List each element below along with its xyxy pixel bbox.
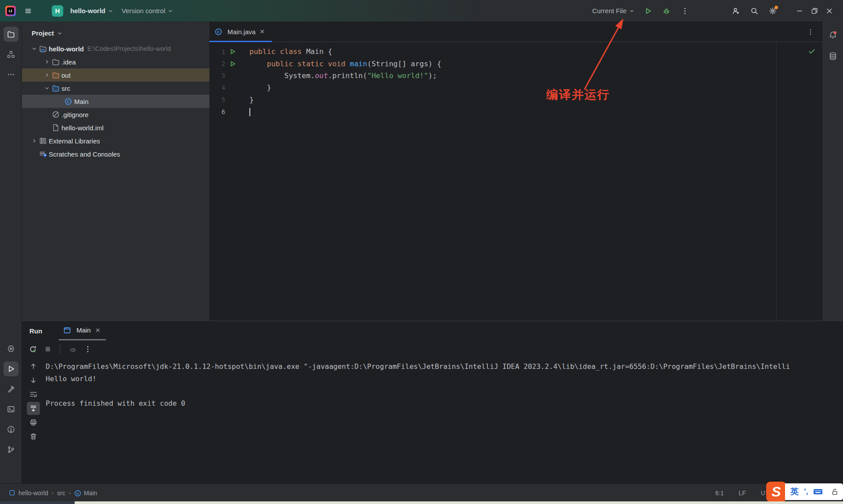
tool-project-button[interactable] bbox=[4, 27, 18, 42]
more-actions-button[interactable] bbox=[679, 5, 691, 17]
tree-item-label: hello-world.iml bbox=[61, 124, 104, 132]
console-window-icon bbox=[63, 327, 73, 334]
tree-item-label: Scratches and Consoles bbox=[49, 150, 120, 158]
search-everywhere-button[interactable] bbox=[748, 5, 760, 17]
console-more-button[interactable] bbox=[81, 343, 94, 356]
tree-item-label: hello-world bbox=[49, 45, 84, 53]
titlebar: IJ H hello-world Version control Current… bbox=[0, 0, 843, 21]
scroll-to-end-button[interactable] bbox=[27, 402, 40, 415]
breadcrumb-item-hello-world[interactable]: hello-world bbox=[9, 490, 48, 497]
ime-punctuation-toggle[interactable]: ’, bbox=[804, 487, 808, 496]
tool-problems-button[interactable] bbox=[4, 422, 18, 437]
chevron-right-icon[interactable] bbox=[42, 71, 52, 79]
tool-more-button[interactable] bbox=[4, 67, 18, 82]
folder-src-icon bbox=[52, 85, 61, 92]
tool-structure-button[interactable] bbox=[4, 47, 18, 62]
tree-item-out[interactable]: out bbox=[22, 68, 209, 82]
line-separator-widget[interactable]: LF bbox=[739, 490, 746, 497]
close-button[interactable] bbox=[822, 4, 837, 18]
tool-services-button[interactable] bbox=[4, 341, 18, 356]
taskbar-sliver bbox=[0, 501, 843, 504]
tool-run-button[interactable] bbox=[4, 361, 18, 376]
run-tab-close-icon[interactable]: ✕ bbox=[94, 327, 101, 334]
code-line-1[interactable]: 1public class Main { bbox=[209, 46, 822, 57]
stop-button[interactable] bbox=[41, 343, 54, 356]
project-switcher[interactable]: hello-world bbox=[69, 5, 115, 16]
chevron-right-icon[interactable] bbox=[29, 137, 39, 144]
soft-wrap-button[interactable] bbox=[27, 388, 40, 401]
tool-build-button[interactable] bbox=[4, 382, 18, 397]
library-icon bbox=[39, 137, 49, 144]
tab-options-icon[interactable]: ⋮ bbox=[807, 28, 814, 36]
scroll-up-button[interactable] bbox=[27, 360, 40, 373]
run-tab-main[interactable]: Main ✕ bbox=[59, 321, 106, 340]
code-line-2[interactable]: 2 public static void main(String[] args)… bbox=[209, 57, 822, 69]
scroll-down-button[interactable] bbox=[27, 374, 40, 387]
tree-item-scratches-and-consoles[interactable]: Scratches and Consoles bbox=[22, 147, 209, 161]
vcs-widget[interactable]: Version control bbox=[121, 5, 174, 16]
chevron-down-icon[interactable] bbox=[42, 85, 52, 92]
caret-position-widget[interactable]: 6:1 bbox=[715, 490, 724, 497]
tool-git-button[interactable] bbox=[4, 442, 18, 457]
hamburger-menu-icon[interactable] bbox=[22, 5, 34, 17]
add-user-button[interactable] bbox=[730, 5, 742, 17]
tool-terminal-button[interactable] bbox=[4, 402, 18, 417]
code-line-5[interactable]: 5} bbox=[209, 94, 822, 106]
chevron-down-icon[interactable] bbox=[29, 45, 39, 52]
code-line-4[interactable]: 4 } bbox=[209, 82, 822, 93]
gauge-button[interactable] bbox=[66, 343, 79, 356]
tree-item-external-libraries[interactable]: External Libraries bbox=[22, 134, 209, 147]
tab-main-java[interactable]: C Main.java ✕ bbox=[209, 21, 272, 42]
run-config-selector[interactable]: Current File bbox=[591, 5, 636, 16]
tree-item--gitignore[interactable]: .gitignore bbox=[22, 108, 209, 121]
svg-text:C: C bbox=[67, 99, 69, 104]
settings-button[interactable] bbox=[767, 5, 779, 17]
notifications-bell-icon[interactable] bbox=[825, 28, 840, 43]
code-text bbox=[239, 107, 250, 116]
tree-item-hello-world-iml[interactable]: hello-world.iml bbox=[22, 121, 209, 134]
breadcrumb-item-src[interactable]: src bbox=[57, 490, 65, 497]
tool-strip-top bbox=[4, 21, 18, 82]
chevron-spacer bbox=[55, 98, 65, 105]
code-text: public static void main(String[] args) { bbox=[239, 60, 441, 68]
clear-console-button[interactable] bbox=[27, 430, 40, 443]
tree-item-main[interactable]: CMain bbox=[22, 95, 209, 108]
run-panel-header: Run Main ✕ bbox=[22, 321, 843, 340]
database-icon[interactable] bbox=[825, 49, 840, 64]
project-panel-header[interactable]: Project bbox=[22, 21, 209, 42]
rerun-button[interactable] bbox=[26, 343, 40, 356]
run-toolbar bbox=[22, 340, 843, 358]
gutter-run-icon[interactable] bbox=[225, 48, 239, 55]
ime-language-toggle[interactable]: 英 bbox=[790, 486, 799, 497]
ime-lock-icon[interactable] bbox=[831, 488, 839, 496]
folder-excluded-icon bbox=[52, 71, 61, 79]
code-line-6[interactable]: 6 bbox=[209, 106, 822, 118]
sogou-logo-icon[interactable]: S bbox=[766, 482, 786, 502]
minimize-button[interactable] bbox=[792, 4, 807, 18]
tree-item--idea[interactable]: .idea bbox=[22, 55, 209, 68]
debug-button[interactable] bbox=[660, 5, 673, 17]
toolbar-separator bbox=[60, 345, 60, 354]
print-button[interactable] bbox=[27, 416, 40, 429]
run-tool-window: Run Main ✕ D:\ProgramFiles\Microsoft\jdk… bbox=[22, 321, 843, 484]
svg-text:C: C bbox=[76, 491, 79, 495]
project-panel: Project hello-worldE:\Codes\Projects\hel… bbox=[22, 21, 209, 321]
chevron-right-icon[interactable] bbox=[42, 58, 52, 65]
project-avatar: H bbox=[52, 5, 63, 17]
run-button[interactable] bbox=[642, 5, 654, 17]
gutter-run-icon[interactable] bbox=[225, 61, 239, 67]
status-bar: hello-world›src›CMain 6:1 LF UTF bbox=[0, 483, 843, 502]
tab-close-icon[interactable]: ✕ bbox=[259, 28, 266, 35]
ime-keyboard-icon[interactable] bbox=[813, 488, 823, 496]
scratches-icon bbox=[39, 150, 49, 157]
breadcrumb-separator: › bbox=[52, 490, 54, 496]
breadcrumb-item-main[interactable]: CMain bbox=[74, 490, 97, 497]
line-number: 3 bbox=[209, 72, 225, 79]
code-line-3[interactable]: 3 System.out.println("Hello world!"); bbox=[209, 70, 822, 82]
tree-item-hello-world[interactable]: hello-worldE:\Codes\Projects\hello-world bbox=[22, 42, 209, 55]
chevron-down-icon bbox=[629, 8, 635, 14]
console-output[interactable]: D:\ProgramFiles\Microsoft\jdk-21.0.1.12-… bbox=[46, 361, 821, 410]
restore-button[interactable] bbox=[807, 4, 822, 18]
code-editor[interactable]: 1public class Main {2 public static void… bbox=[209, 42, 822, 321]
tree-item-src[interactable]: src bbox=[22, 82, 209, 95]
